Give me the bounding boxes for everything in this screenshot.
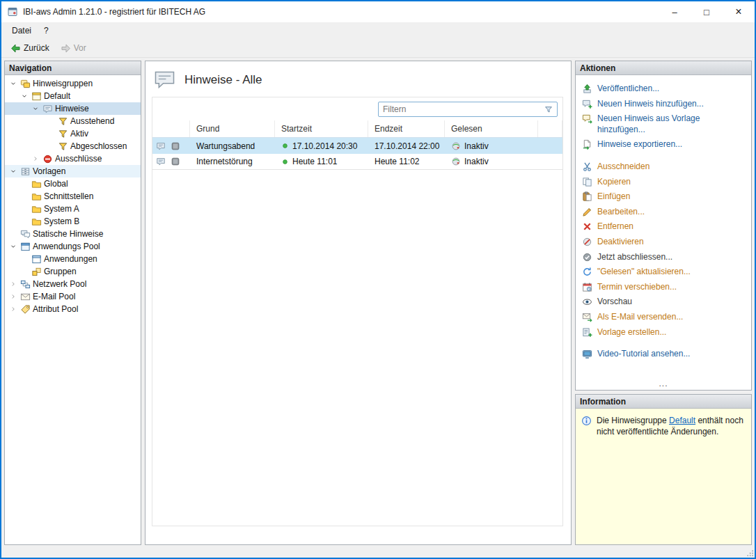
tree-item-label: E-Mail Pool (32, 292, 75, 301)
action-entfernen[interactable]: Entfernen (581, 219, 741, 235)
tree-item-ausschluesse[interactable]: Ausschlüsse (5, 152, 141, 165)
chevron-collapsed-icon[interactable] (30, 155, 41, 162)
chevron-collapsed-icon[interactable] (8, 293, 19, 300)
maximize-button[interactable]: □ (691, 1, 723, 22)
action-ausschneiden[interactable]: Ausschneiden (581, 159, 741, 175)
action-label: Jetzt abschliessen... (597, 252, 672, 263)
gray-checkbox-icon[interactable] (171, 157, 180, 166)
info-text-before: Die Hinweisgruppe (597, 416, 669, 425)
right-column: Aktionen Veröffentlichen... Neuen Hinwei… (575, 61, 752, 545)
chevron-expanded-icon[interactable] (8, 168, 19, 175)
tree-item-anwendungen[interactable]: Anwendungen (5, 253, 141, 265)
delete-x-icon (581, 221, 592, 232)
tree-item-label: Netzwerk Pool (32, 279, 86, 289)
chevron-expanded-icon[interactable] (30, 105, 41, 112)
menu-help[interactable]: ? (38, 24, 55, 38)
tree-item-aktiv[interactable]: Aktiv (5, 127, 141, 140)
column-grund[interactable]: Grund (190, 120, 275, 137)
tree-item-abgeschlossen[interactable]: Abgeschlossen (5, 140, 141, 152)
filter-funnel-icon[interactable] (544, 104, 557, 114)
column-icons[interactable] (152, 120, 190, 137)
action-kopieren[interactable]: Kopieren (581, 175, 741, 190)
close-button[interactable]: × (723, 1, 755, 22)
action-deaktivieren[interactable]: Deaktivieren (581, 235, 741, 250)
tree-item-system-b[interactable]: System B (5, 215, 141, 228)
group-icon (19, 79, 32, 89)
hinweis-bubble-icon (156, 141, 166, 151)
action-jetzt-abschliessen[interactable]: Jetzt abschliessen... (581, 250, 741, 265)
tree-item-default[interactable]: Default (5, 90, 141, 102)
forward-arrow-icon (61, 43, 71, 54)
envelope-icon (19, 292, 32, 302)
action-hinweise-exportieren[interactable]: Hinweise exportieren... (581, 137, 741, 152)
menu-datei[interactable]: Datei (6, 24, 38, 38)
filter-input[interactable] (379, 104, 544, 114)
funnel-icon (56, 141, 70, 152)
publish-icon (581, 84, 592, 94)
add-note-icon (581, 99, 592, 109)
actions-overflow-indicator[interactable]: ... (576, 381, 751, 390)
calendar-icon (581, 282, 592, 292)
forward-button[interactable]: Vor (56, 42, 91, 55)
tree-item-statische-hinweise[interactable]: Statische Hinweise (5, 228, 141, 240)
tree-item-attribut-pool[interactable]: Attribut Pool (5, 303, 141, 315)
tree-item-global[interactable]: Global (5, 178, 141, 190)
action-vorschau[interactable]: Vorschau (581, 294, 741, 310)
tv-icon (581, 349, 592, 359)
minimize-button[interactable]: – (659, 1, 691, 22)
action-gelesen-aktualisieren[interactable]: "Gelesen" aktualisieren... (581, 265, 741, 280)
action-bearbeiten[interactable]: Bearbeiten... (581, 205, 741, 220)
action-label: Kopieren (597, 177, 631, 188)
column-gelesen[interactable]: Gelesen (445, 120, 538, 137)
tree-item-anwendungs-pool[interactable]: Anwendungs Pool (5, 240, 141, 253)
gelesen-status-icon (451, 141, 461, 151)
folder-icon (30, 204, 43, 214)
tree-item-schnittstellen[interactable]: Schnittstellen (5, 190, 141, 203)
tree-item-hinweisgruppen[interactable]: Hinweisgruppen (5, 77, 141, 90)
no-entry-icon (41, 154, 54, 164)
tree-item-label: Gruppen (43, 267, 77, 276)
tree-item-label: Statische Hinweise (32, 229, 103, 239)
actions-header: Aktionen (576, 61, 751, 75)
action-veroeffentlichen[interactable]: Veröffentlichen... (581, 81, 741, 97)
table-row[interactable]: Wartungsabend 17.10.2014 20:30 17.10.201… (152, 138, 562, 154)
tree-item-gruppen[interactable]: Gruppen (5, 265, 141, 278)
information-panel: Information Die Hinweisgruppe Default en… (575, 394, 752, 545)
action-als-email-versenden[interactable]: Als E-Mail versenden... (581, 310, 741, 325)
export-icon (581, 139, 592, 150)
resize-grip[interactable] (746, 549, 754, 557)
folder-icon (30, 179, 43, 189)
tree-item-netzwerk-pool[interactable]: Netzwerk Pool (5, 278, 141, 290)
tree-item-system-a[interactable]: System A (5, 203, 141, 215)
chevron-collapsed-icon[interactable] (8, 306, 19, 313)
back-button[interactable]: Zurück (6, 42, 54, 55)
tree-item-vorlagen[interactable]: Vorlagen (5, 165, 141, 178)
action-einfuegen[interactable]: Einfügen (581, 189, 741, 205)
tag-icon (19, 304, 32, 315)
chevron-collapsed-icon[interactable] (8, 281, 19, 288)
startzeit-value: 17.10.2014 20:30 (292, 141, 357, 151)
action-vorlage-erstellen[interactable]: Vorlage erstellen... (581, 325, 741, 340)
column-startzeit[interactable]: Startzeit (275, 120, 368, 137)
gray-checkbox-icon[interactable] (171, 141, 180, 151)
chevron-expanded-icon[interactable] (19, 93, 30, 100)
action-hinweis-aus-vorlage[interactable]: Neuen Hinweis aus Vorlage hinzufügen... (581, 111, 741, 137)
chevron-expanded-icon[interactable] (8, 80, 19, 87)
window-title: IBI-aws Admin 1.21.0 - registriert für I… (23, 7, 659, 17)
filter-box[interactable] (378, 102, 558, 117)
navigation-header: Navigation (5, 61, 141, 75)
cell-endzeit: 17.10.2014 22:00 (368, 138, 445, 154)
action-label: Neuen Hinweis hinzufügen... (597, 99, 704, 110)
tree-item-email-pool[interactable]: E-Mail Pool (5, 290, 141, 303)
table-row[interactable]: Internetstörung Heute 11:01 Heute 11:02 … (152, 154, 562, 170)
action-termin-verschieben[interactable]: Termin verschieben... (581, 280, 741, 295)
action-neuer-hinweis[interactable]: Neuen Hinweis hinzufügen... (581, 97, 741, 112)
tree-item-ausstehend[interactable]: Ausstehend (5, 115, 141, 127)
action-video-tutorial[interactable]: Video-Tutorial ansehen... (581, 347, 741, 362)
default-link[interactable]: Default (669, 416, 695, 425)
tree-item-hinweise[interactable]: Hinweise (5, 102, 141, 115)
column-endzeit[interactable]: Endzeit (368, 120, 445, 137)
send-mail-icon (581, 312, 592, 322)
chevron-expanded-icon[interactable] (8, 243, 19, 250)
hinweise-list: Grund Startzeit Endzeit Gelesen Wartungs… (152, 97, 563, 526)
